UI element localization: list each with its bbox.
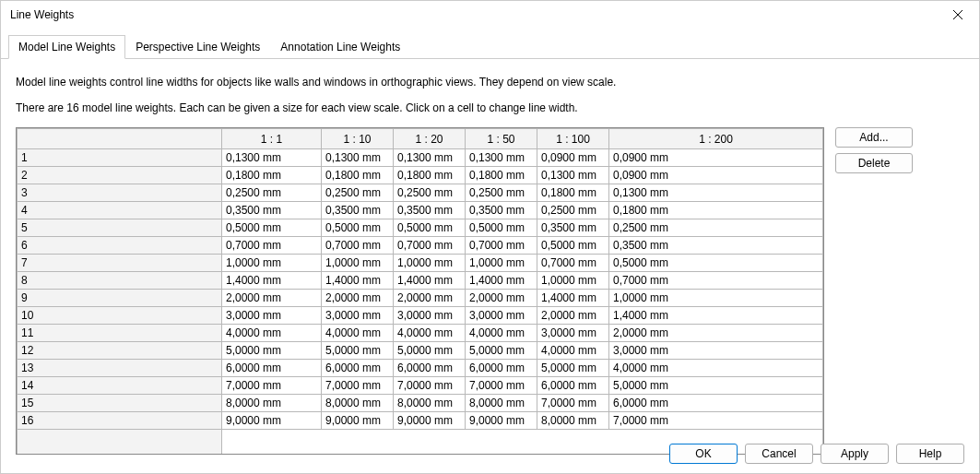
line-weight-cell[interactable]: 5,0000 mm: [537, 360, 609, 377]
close-button[interactable]: [937, 1, 979, 29]
line-weight-cell[interactable]: 8,0000 mm: [322, 395, 394, 412]
line-weight-cell[interactable]: 0,1300 mm: [466, 149, 537, 167]
line-weight-cell[interactable]: 0,5000 mm: [466, 219, 537, 237]
line-weight-cell[interactable]: 2,0000 mm: [394, 290, 466, 307]
row-header[interactable]: 5: [18, 219, 222, 237]
line-weight-cell[interactable]: 0,1800 mm: [322, 167, 394, 184]
line-weight-cell[interactable]: 7,0000 mm: [394, 377, 466, 395]
line-weight-cell[interactable]: 6,0000 mm: [394, 360, 466, 377]
line-weight-cell[interactable]: 0,1800 mm: [394, 167, 466, 184]
column-header[interactable]: 1 : 20: [394, 129, 466, 149]
line-weight-cell[interactable]: 2,0000 mm: [322, 290, 394, 307]
line-weight-cell[interactable]: 0,5000 mm: [322, 219, 394, 237]
row-header[interactable]: 7: [18, 255, 222, 272]
line-weight-cell[interactable]: 5,0000 mm: [222, 342, 322, 360]
line-weight-cell[interactable]: 0,1800 mm: [466, 167, 537, 184]
line-weight-cell[interactable]: 0,2500 mm: [537, 202, 609, 219]
row-header[interactable]: 12: [18, 342, 222, 360]
row-header[interactable]: 15: [18, 395, 222, 412]
line-weight-cell[interactable]: 1,0000 mm: [394, 255, 466, 272]
column-header[interactable]: 1 : 200: [609, 129, 823, 149]
cancel-button[interactable]: Cancel: [745, 444, 813, 464]
add-button[interactable]: Add...: [835, 127, 913, 148]
line-weight-cell[interactable]: 9,0000 mm: [394, 412, 466, 430]
line-weight-cell[interactable]: 0,5000 mm: [537, 237, 609, 255]
line-weight-cell[interactable]: 1,4000 mm: [466, 272, 537, 290]
line-weight-cell[interactable]: 0,3500 mm: [609, 237, 823, 255]
line-weight-cell[interactable]: 0,2500 mm: [394, 184, 466, 202]
line-weight-cell[interactable]: 6,0000 mm: [609, 395, 823, 412]
line-weight-cell[interactable]: 5,0000 mm: [322, 342, 394, 360]
line-weight-cell[interactable]: 3,0000 mm: [394, 307, 466, 325]
line-weight-cell[interactable]: 7,0000 mm: [537, 395, 609, 412]
line-weight-cell[interactable]: 9,0000 mm: [222, 412, 322, 430]
line-weight-cell[interactable]: 8,0000 mm: [222, 395, 322, 412]
line-weight-cell[interactable]: 9,0000 mm: [322, 412, 394, 430]
line-weight-cell[interactable]: 0,1300 mm: [609, 184, 823, 202]
line-weight-cell[interactable]: 0,1800 mm: [222, 167, 322, 184]
line-weight-cell[interactable]: 4,0000 mm: [537, 342, 609, 360]
line-weight-cell[interactable]: 6,0000 mm: [322, 360, 394, 377]
row-header[interactable]: 8: [18, 272, 222, 290]
line-weight-cell[interactable]: 0,3500 mm: [537, 219, 609, 237]
line-weight-cell[interactable]: 0,0900 mm: [609, 149, 823, 167]
row-header[interactable]: 4: [18, 202, 222, 219]
line-weight-cell[interactable]: 0,2500 mm: [222, 184, 322, 202]
line-weight-cell[interactable]: 6,0000 mm: [537, 377, 609, 395]
line-weight-cell[interactable]: 1,0000 mm: [466, 255, 537, 272]
line-weight-cell[interactable]: 5,0000 mm: [394, 342, 466, 360]
column-header[interactable]: 1 : 1: [222, 129, 322, 149]
line-weight-cell[interactable]: 0,3500 mm: [322, 202, 394, 219]
line-weight-cell[interactable]: 8,0000 mm: [394, 395, 466, 412]
line-weight-cell[interactable]: 1,4000 mm: [222, 272, 322, 290]
tab-model-line-weights[interactable]: Model Line Weights: [8, 35, 125, 59]
line-weight-cell[interactable]: 4,0000 mm: [394, 325, 466, 342]
row-header[interactable]: 2: [18, 167, 222, 184]
row-header[interactable]: 3: [18, 184, 222, 202]
row-header[interactable]: 10: [18, 307, 222, 325]
line-weight-cell[interactable]: 6,0000 mm: [222, 360, 322, 377]
line-weight-cell[interactable]: 2,0000 mm: [609, 325, 823, 342]
row-header[interactable]: 11: [18, 325, 222, 342]
line-weight-cell[interactable]: 3,0000 mm: [322, 307, 394, 325]
line-weight-cell[interactable]: 8,0000 mm: [466, 395, 537, 412]
line-weight-cell[interactable]: 4,0000 mm: [322, 325, 394, 342]
column-header[interactable]: 1 : 50: [466, 129, 537, 149]
line-weight-cell[interactable]: 0,1300 mm: [537, 167, 609, 184]
line-weight-cell[interactable]: 0,1800 mm: [537, 184, 609, 202]
column-header[interactable]: 1 : 100: [537, 129, 609, 149]
line-weight-cell[interactable]: 5,0000 mm: [466, 342, 537, 360]
column-header-blank[interactable]: [18, 129, 222, 149]
delete-button[interactable]: Delete: [835, 153, 913, 173]
line-weight-cell[interactable]: 0,0900 mm: [537, 149, 609, 167]
line-weight-cell[interactable]: 0,7000 mm: [394, 237, 466, 255]
line-weight-cell[interactable]: 7,0000 mm: [609, 412, 823, 430]
line-weight-cell[interactable]: 0,0900 mm: [609, 167, 823, 184]
line-weight-cell[interactable]: 0,2500 mm: [609, 219, 823, 237]
line-weight-cell[interactable]: 0,2500 mm: [466, 184, 537, 202]
line-weight-cell[interactable]: 1,4000 mm: [537, 290, 609, 307]
line-weight-cell[interactable]: 3,0000 mm: [537, 325, 609, 342]
row-header[interactable]: 1: [18, 149, 222, 167]
line-weight-cell[interactable]: 0,7000 mm: [466, 237, 537, 255]
line-weight-cell[interactable]: 0,5000 mm: [394, 219, 466, 237]
line-weight-cell[interactable]: 0,1300 mm: [394, 149, 466, 167]
line-weight-cell[interactable]: 1,0000 mm: [322, 255, 394, 272]
line-weight-cell[interactable]: 0,5000 mm: [609, 255, 823, 272]
line-weight-cell[interactable]: 5,0000 mm: [609, 377, 823, 395]
line-weight-cell[interactable]: 0,1300 mm: [222, 149, 322, 167]
line-weight-cell[interactable]: 3,0000 mm: [609, 342, 823, 360]
line-weight-cell[interactable]: 6,0000 mm: [466, 360, 537, 377]
tab-annotation-line-weights[interactable]: Annotation Line Weights: [270, 35, 410, 59]
tab-perspective-line-weights[interactable]: Perspective Line Weights: [125, 35, 270, 59]
line-weight-cell[interactable]: 3,0000 mm: [222, 307, 322, 325]
line-weight-cell[interactable]: 7,0000 mm: [222, 377, 322, 395]
ok-button[interactable]: OK: [669, 444, 738, 464]
line-weight-cell[interactable]: 0,7000 mm: [222, 237, 322, 255]
line-weight-cell[interactable]: 2,0000 mm: [466, 290, 537, 307]
line-weight-cell[interactable]: 0,5000 mm: [222, 219, 322, 237]
line-weight-cell[interactable]: 0,1300 mm: [322, 149, 394, 167]
line-weight-cell[interactable]: 4,0000 mm: [466, 325, 537, 342]
line-weight-cell[interactable]: 1,4000 mm: [394, 272, 466, 290]
line-weight-cell[interactable]: 7,0000 mm: [466, 377, 537, 395]
